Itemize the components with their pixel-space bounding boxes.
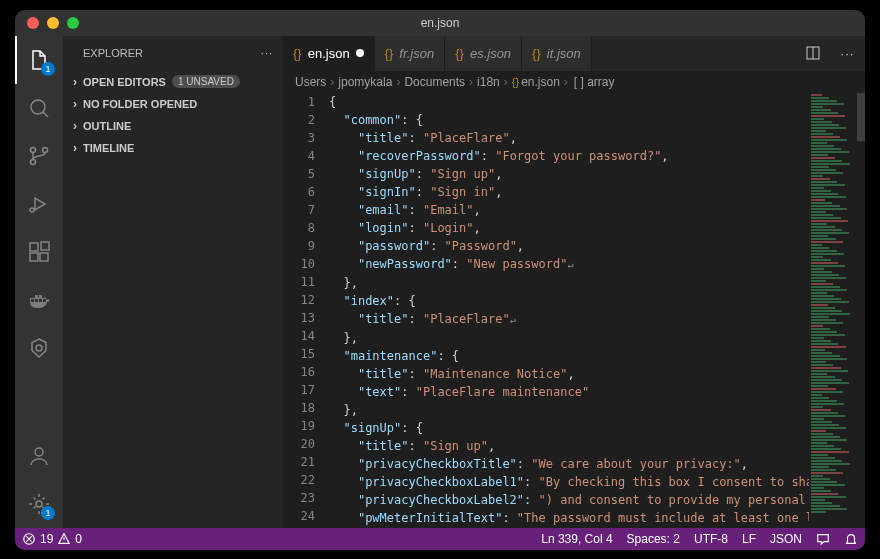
breadcrumbs[interactable]: Users›jpomykala›Documents›i18n›{}en.json… — [283, 71, 865, 93]
bell-icon — [844, 532, 858, 546]
docker-icon — [27, 288, 51, 312]
activity-extensions[interactable] — [15, 228, 63, 276]
tab-label: es.json — [470, 46, 511, 61]
svg-rect-6 — [30, 253, 38, 261]
status-lang[interactable]: JSON — [763, 528, 809, 550]
section-open-editors[interactable]: › OPEN EDITORS 1 UNSAVED — [63, 71, 283, 93]
section-outline[interactable]: › OUTLINE — [63, 115, 283, 137]
breadcrumb-segment[interactable]: i18n — [477, 75, 500, 89]
editor-area: {}en.json{}fr.json{}es.json{}it.json ···… — [283, 36, 865, 528]
breadcrumb-separator: › — [504, 75, 508, 89]
sidebar-more-button[interactable]: ··· — [261, 47, 273, 59]
svg-point-9 — [36, 345, 42, 351]
svg-rect-5 — [30, 243, 38, 251]
breadcrumb-segment[interactable]: Users — [295, 75, 326, 89]
svg-point-3 — [43, 147, 48, 152]
status-cursor[interactable]: Ln 339, Col 4 — [534, 528, 619, 550]
section-label: NO FOLDER OPENED — [83, 98, 197, 110]
chevron-right-icon: › — [67, 141, 83, 155]
minimap[interactable] — [809, 93, 865, 528]
tab-more-button[interactable]: ··· — [830, 36, 865, 71]
maximize-window-button[interactable] — [67, 17, 79, 29]
play-debug-icon — [27, 192, 51, 216]
svg-point-1 — [31, 147, 36, 152]
titlebar[interactable]: en.json — [15, 10, 865, 36]
json-file-icon: {} — [385, 46, 394, 61]
window-title: en.json — [421, 16, 460, 30]
error-circle-icon — [22, 532, 36, 546]
main-area: 1 — [15, 36, 865, 528]
tab-label: it.json — [547, 46, 581, 61]
search-icon — [27, 96, 51, 120]
chevron-right-icon: › — [67, 119, 83, 133]
warnings-count: 0 — [75, 532, 82, 546]
activity-explorer[interactable]: 1 — [15, 36, 63, 84]
section-label: OPEN EDITORS — [83, 76, 166, 88]
tab-es-json[interactable]: {}es.json — [445, 36, 522, 71]
svg-point-11 — [36, 501, 42, 507]
section-timeline[interactable]: › TIMELINE — [63, 137, 283, 159]
status-feedback[interactable] — [809, 528, 837, 550]
tabs-row: {}en.json{}fr.json{}es.json{}it.json ··· — [283, 36, 865, 71]
minimize-window-button[interactable] — [47, 17, 59, 29]
unsaved-badge: 1 UNSAVED — [172, 75, 240, 88]
editor-window: en.json 1 — [15, 10, 865, 550]
breadcrumb-segment[interactable]: Documents — [404, 75, 465, 89]
breadcrumb-separator: › — [564, 75, 568, 89]
section-no-folder[interactable]: › NO FOLDER OPENED — [63, 93, 283, 115]
status-problems[interactable]: 19 0 — [15, 528, 89, 550]
activity-settings[interactable]: 1 — [15, 480, 63, 528]
status-bell[interactable] — [837, 528, 865, 550]
activity-source-control[interactable] — [15, 132, 63, 180]
tab-it-json[interactable]: {}it.json — [522, 36, 592, 71]
activity-search[interactable] — [15, 84, 63, 132]
activity-docker[interactable] — [15, 276, 63, 324]
tab-fr-json[interactable]: {}fr.json — [375, 36, 446, 71]
status-encoding[interactable]: UTF-8 — [687, 528, 735, 550]
activity-kubernetes[interactable] — [15, 324, 63, 372]
minimap-scroll-handle[interactable] — [857, 93, 865, 141]
status-eol[interactable]: LF — [735, 528, 763, 550]
svg-rect-7 — [40, 253, 48, 261]
split-icon — [805, 45, 821, 61]
activity-debug[interactable] — [15, 180, 63, 228]
account-icon — [27, 444, 51, 468]
split-editor-button[interactable] — [795, 36, 830, 71]
statusbar: 19 0 Ln 339, Col 4 Spaces: 2 UTF-8 LF JS… — [15, 528, 865, 550]
dirty-indicator-icon — [356, 49, 364, 57]
breadcrumb-separator: › — [330, 75, 334, 89]
editor-body[interactable]: 1234567891011121314151617181920212223242… — [283, 93, 865, 528]
breadcrumb-separator: › — [396, 75, 400, 89]
chevron-right-icon: › — [67, 97, 83, 111]
code-content[interactable]: { "common": { "title": "PlaceFlare", "re… — [329, 93, 809, 528]
svg-point-10 — [35, 448, 43, 456]
settings-badge: 1 — [41, 506, 55, 520]
tab-en-json[interactable]: {}en.json — [283, 36, 375, 71]
warning-icon — [57, 532, 71, 546]
breadcrumb-segment[interactable]: {}en.json — [512, 75, 560, 89]
tab-label: en.json — [308, 46, 350, 61]
kubernetes-icon — [27, 336, 51, 360]
breadcrumb-segment[interactable]: [ ] array — [572, 75, 615, 89]
feedback-icon — [816, 532, 830, 546]
activity-bar: 1 — [15, 36, 63, 528]
explorer-badge: 1 — [41, 62, 55, 76]
status-spaces[interactable]: Spaces: 2 — [620, 528, 687, 550]
sidebar-header: EXPLORER ··· — [63, 36, 283, 71]
activity-account[interactable] — [15, 432, 63, 480]
close-window-button[interactable] — [27, 17, 39, 29]
svg-rect-8 — [41, 242, 49, 250]
section-label: OUTLINE — [83, 120, 131, 132]
breadcrumb-separator: › — [469, 75, 473, 89]
breadcrumb-segment[interactable]: jpomykala — [338, 75, 392, 89]
svg-point-4 — [30, 208, 34, 212]
svg-point-2 — [31, 159, 36, 164]
chevron-right-icon: › — [67, 75, 83, 89]
branch-icon — [27, 144, 51, 168]
json-file-icon: {} — [532, 46, 541, 61]
json-file-icon: {} — [455, 46, 464, 61]
tab-label: fr.json — [399, 46, 434, 61]
json-file-icon: {} — [293, 46, 302, 61]
extensions-icon — [27, 240, 51, 264]
sidebar: EXPLORER ··· › OPEN EDITORS 1 UNSAVED › … — [63, 36, 283, 528]
